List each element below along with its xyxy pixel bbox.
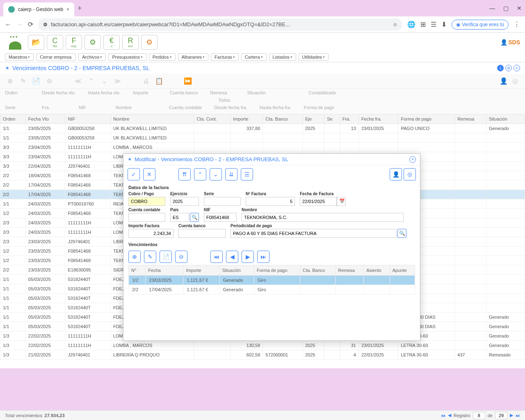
verify-button[interactable]: ◉ Verifica que eres tú	[452, 20, 509, 30]
print-icon[interactable]: 🖨	[141, 76, 151, 86]
confirm-button[interactable]: ✓	[128, 168, 140, 180]
column-header[interactable]: Se	[324, 114, 340, 124]
table-row[interactable]: 1/123/05/2025GB00053258UK BLACKWELL LIMI…	[0, 124, 525, 133]
column-header[interactable]: Fecha fra.	[358, 114, 398, 124]
site-settings-icon[interactable]: ⚙	[43, 22, 48, 27]
toolbar-button[interactable]: 📂	[28, 35, 44, 50]
table-row[interactable]: 3/323/04/202511111111HLOMBA , MARCOS	[0, 143, 525, 152]
toolbar-button[interactable]: ⚙	[141, 35, 158, 50]
periodicidad-field[interactable]	[231, 229, 397, 238]
nombre-field[interactable]	[242, 213, 404, 222]
equalizer-icon[interactable]: ☰	[431, 21, 436, 28]
column-header[interactable]: Nº	[129, 265, 146, 276]
ejercicio-field[interactable]	[170, 197, 199, 206]
menu-maestros[interactable]: Maestros	[5, 53, 34, 61]
toolbar-button[interactable]: ⚙	[84, 35, 101, 50]
column-header[interactable]: Fecha	[146, 265, 183, 276]
window-close-icon[interactable]: ✕	[517, 5, 522, 11]
vencimientos-grid[interactable]: NºFechaImporteSituaciónForma de pagoCta.…	[128, 265, 415, 294]
table-row[interactable]: 1/321/02/2025J29746401LIBRERÍA Q PROQUO6…	[0, 350, 525, 360]
menu-cerrar empresa[interactable]: Cerrar empresa	[36, 53, 76, 61]
serie-field[interactable]	[204, 197, 241, 206]
copy-vto-button[interactable]: 📄	[160, 251, 172, 263]
toolbar-button[interactable]: €c	[103, 35, 120, 50]
prev-vto-button[interactable]: ◀	[226, 251, 238, 263]
app-logo[interactable]	[5, 35, 25, 50]
menu-utilidades[interactable]: Utilidades	[299, 53, 329, 61]
column-header[interactable]: Situación	[486, 114, 525, 124]
last-vto-button[interactable]: ⏭	[257, 251, 269, 263]
column-header[interactable]: Situación	[219, 265, 254, 276]
delete-icon[interactable]: ⊖	[44, 76, 54, 86]
column-header[interactable]: Importe	[231, 114, 263, 124]
browser-tab[interactable]: caierp - Gestión web ×	[3, 2, 74, 16]
column-header[interactable]: Asiento	[364, 265, 390, 276]
globe-icon[interactable]: 🌐	[407, 21, 415, 28]
last-icon[interactable]: ≫	[112, 76, 122, 86]
forward-icon[interactable]: →	[16, 21, 23, 28]
table-row[interactable]: 1/223/03/20251.121,67 €GeneradoGiro	[129, 276, 415, 285]
list-button[interactable]: ☰	[241, 168, 253, 180]
add-vto-button[interactable]: ⊕	[128, 251, 141, 263]
menu-pedidos[interactable]: Pedidos	[149, 53, 176, 61]
sds-modal-icon[interactable]: ◎	[404, 168, 416, 180]
reload-icon[interactable]: ⟳	[28, 21, 33, 28]
menu-archivos[interactable]: Archivos	[78, 53, 106, 61]
cuenta-contable-field[interactable]	[128, 213, 165, 222]
column-header[interactable]: Nombre	[110, 114, 194, 124]
table-row[interactable]: 1/322/02/202511111111HLOMBA , MARCOS130,…	[0, 341, 525, 350]
copy-icon[interactable]: 📄	[31, 76, 41, 86]
n-factura-field[interactable]	[246, 197, 295, 206]
menu-icon[interactable]: ⋮	[514, 21, 520, 28]
column-header[interactable]: Cta. Cont.	[194, 114, 231, 124]
export-icon[interactable]: 📋	[154, 76, 164, 86]
forward-action-icon[interactable]: ⏩	[183, 76, 193, 86]
menu-presupuestos[interactable]: Presupuestos	[108, 53, 146, 61]
nif-field[interactable]	[204, 213, 237, 222]
next-vto-button[interactable]: ▶	[242, 251, 254, 263]
table-row[interactable]: 2/217/04/20251.121,67 €GeneradoGiro	[129, 285, 415, 294]
maximize-icon[interactable]: ▢	[503, 5, 509, 11]
back-icon[interactable]: ←	[5, 21, 11, 28]
column-header[interactable]: Fecha Vto	[25, 114, 65, 124]
first-icon[interactable]: ≪	[73, 76, 83, 86]
toolbar-button[interactable]: Rem	[122, 35, 139, 50]
sds-button[interactable]: 👤SDS	[500, 39, 520, 46]
url-field[interactable]: ⚙ facturacion.api-caisoft.es/caierpweb/c…	[38, 18, 402, 31]
calendar-icon[interactable]: 📅	[337, 197, 346, 206]
toolbar-button[interactable]: Fexp	[66, 35, 82, 50]
sds-icon[interactable]: ◎	[510, 76, 520, 86]
cancel-button[interactable]: ✕	[143, 168, 155, 180]
column-header[interactable]: Forma de pago	[254, 265, 300, 276]
up-icon[interactable]: ⌃	[86, 76, 96, 86]
last-button[interactable]: ⇊	[225, 168, 237, 180]
column-header[interactable]: Remesa	[336, 265, 364, 276]
first-button[interactable]: ⇈	[178, 168, 191, 180]
column-header[interactable]: NIF	[65, 114, 110, 124]
menu-cartera[interactable]: Cartera	[241, 53, 267, 61]
column-header[interactable]: Eje	[302, 114, 324, 124]
first-vto-button[interactable]: ⏮	[210, 251, 223, 263]
menu-albaranes[interactable]: Albaranes	[178, 53, 209, 61]
help-button[interactable]: i	[497, 65, 504, 71]
search-periodicidad-icon[interactable]: 🔍	[397, 229, 406, 238]
cobro-pago-field[interactable]	[128, 197, 165, 206]
column-header[interactable]: Apunte	[390, 265, 415, 276]
menu-facturas[interactable]: Facturas	[211, 53, 239, 61]
column-header[interactable]: Orden	[0, 114, 26, 124]
user-icon[interactable]: 👤	[499, 76, 509, 86]
toolbar-button[interactable]: Ctes	[47, 35, 63, 50]
close-button[interactable]: ×	[514, 65, 520, 71]
download-icon[interactable]: ⬇	[441, 21, 447, 28]
cuenta-banco-field[interactable]	[178, 229, 226, 238]
extensions-icon[interactable]: ⊞	[420, 21, 426, 28]
new-tab-button[interactable]: +	[78, 4, 82, 13]
column-header[interactable]: Cta. Banco	[300, 265, 335, 276]
importe-field[interactable]	[128, 229, 173, 238]
fecha-factura-field[interactable]	[300, 197, 337, 206]
column-header[interactable]: Forma de pago	[398, 114, 455, 124]
column-header[interactable]: Importe	[183, 265, 219, 276]
edit-icon[interactable]: ✎	[18, 76, 28, 86]
user-modal-icon[interactable]: 👤	[390, 168, 402, 180]
close-icon[interactable]: ×	[66, 7, 69, 12]
